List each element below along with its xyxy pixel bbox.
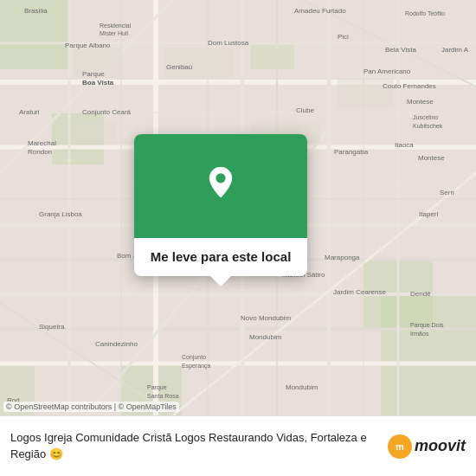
- svg-rect-5: [381, 294, 476, 415]
- map-popup-body[interactable]: Me leve para este local: [134, 238, 307, 276]
- svg-text:Genibaú: Genibaú: [166, 63, 192, 71]
- svg-text:Pan Americano: Pan Americano: [363, 68, 411, 75]
- popup-arrow: [210, 276, 231, 286]
- svg-text:Couto Fernandes: Couto Fernandes: [383, 82, 436, 90]
- svg-text:Clube: Clube: [296, 106, 314, 114]
- map-popup-header: [134, 134, 307, 238]
- moovit-brand-text: moovit: [415, 437, 466, 455]
- svg-text:Boa Vista: Boa Vista: [82, 79, 114, 87]
- svg-text:Juscelino: Juscelino: [413, 114, 438, 120]
- svg-text:Novo Mondubim: Novo Mondubim: [241, 314, 292, 322]
- svg-text:Granja Lisboa: Granja Lisboa: [39, 210, 82, 218]
- map-container: Brasília Residencial Mister Hull Amadeu …: [0, 0, 476, 415]
- svg-text:Jardim Cearense: Jardim Cearense: [333, 288, 386, 296]
- map-popup[interactable]: Me leve para este local: [134, 134, 307, 276]
- svg-text:Amadeu Furtado: Amadeu Furtado: [294, 7, 346, 15]
- svg-text:Dendê: Dendê: [410, 290, 431, 298]
- map-attribution: © OpenStreetMap contributors | © OpenMap…: [3, 402, 179, 412]
- svg-text:Brasília: Brasília: [24, 7, 48, 15]
- svg-text:Pici: Pici: [338, 33, 349, 41]
- moovit-logo[interactable]: m moovit: [388, 434, 466, 459]
- svg-text:Montese: Montese: [418, 154, 445, 162]
- svg-text:Mondubim: Mondubim: [286, 383, 318, 391]
- moovit-icon: m: [388, 434, 412, 459]
- svg-text:Parque Albano: Parque Albano: [65, 42, 111, 49]
- svg-text:Dom Lustosa: Dom Lustosa: [208, 39, 249, 47]
- svg-text:Conjunto: Conjunto: [182, 354, 206, 361]
- place-description: Logos Igreja Comunidade Cristã Logos Res…: [10, 431, 367, 460]
- svg-text:Serri: Serri: [440, 189, 454, 196]
- svg-text:Maraponga: Maraponga: [325, 254, 360, 261]
- svg-text:Parque Dois: Parque Dois: [410, 322, 444, 329]
- svg-text:Irmãos: Irmãos: [410, 331, 429, 337]
- emoji: 😊: [49, 447, 63, 460]
- svg-text:Jardim A: Jardim A: [441, 46, 469, 54]
- svg-rect-35: [74, 121, 117, 143]
- svg-text:Santa Rosa: Santa Rosa: [147, 393, 179, 399]
- svg-text:Itaoca: Itaoca: [395, 141, 414, 149]
- info-bar: Logos Igreja Comunidade Cristã Logos Res…: [0, 415, 476, 476]
- svg-text:Residencial: Residencial: [100, 23, 132, 29]
- svg-text:Esperança: Esperança: [182, 363, 211, 370]
- svg-text:Canindezinho: Canindezinho: [95, 340, 138, 348]
- svg-text:Parque: Parque: [147, 384, 167, 391]
- svg-text:Siqueira: Siqueira: [39, 323, 65, 331]
- popup-text: Me leve para este local: [146, 248, 295, 266]
- svg-text:Bela Vista: Bela Vista: [385, 46, 416, 54]
- svg-text:m: m: [396, 441, 404, 452]
- svg-rect-7: [251, 43, 294, 69]
- svg-text:Mister Hull: Mister Hull: [100, 30, 129, 36]
- svg-text:Mondubim: Mondubim: [249, 333, 282, 341]
- svg-text:Parque: Parque: [82, 70, 105, 78]
- svg-text:Itaperl: Itaperl: [419, 210, 438, 218]
- svg-text:Marechal: Marechal: [28, 139, 56, 147]
- svg-text:Montese: Montese: [407, 98, 434, 106]
- svg-text:Rondon: Rondon: [28, 148, 52, 156]
- svg-text:Araturi: Araturi: [19, 108, 40, 116]
- svg-point-85: [215, 173, 225, 183]
- svg-text:Parangaba: Parangaba: [334, 148, 369, 156]
- location-pin-icon: [202, 167, 240, 205]
- svg-text:Rodolfo Teófilo: Rodolfo Teófilo: [405, 10, 445, 16]
- svg-text:Kubitschek: Kubitschek: [413, 123, 443, 129]
- svg-text:Conjunto Ceará: Conjunto Ceará: [82, 108, 132, 116]
- info-text: Logos Igreja Comunidade Cristã Logos Res…: [10, 430, 379, 461]
